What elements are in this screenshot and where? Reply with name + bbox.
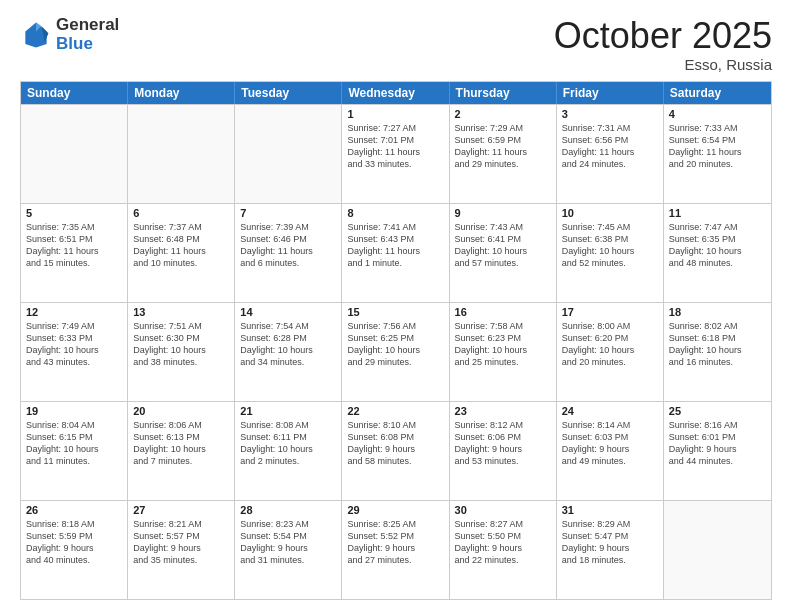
- cell-day-number: 6: [133, 207, 229, 219]
- cal-cell-1-6: 11Sunrise: 7:47 AM Sunset: 6:35 PM Dayli…: [664, 204, 771, 302]
- calendar-header: Sunday Monday Tuesday Wednesday Thursday…: [21, 82, 771, 104]
- cell-day-number: 30: [455, 504, 551, 516]
- cell-day-number: 9: [455, 207, 551, 219]
- cal-cell-2-4: 16Sunrise: 7:58 AM Sunset: 6:23 PM Dayli…: [450, 303, 557, 401]
- cell-info-text: Sunrise: 8:10 AM Sunset: 6:08 PM Dayligh…: [347, 419, 443, 468]
- cal-cell-3-6: 25Sunrise: 8:16 AM Sunset: 6:01 PM Dayli…: [664, 402, 771, 500]
- cal-cell-4-4: 30Sunrise: 8:27 AM Sunset: 5:50 PM Dayli…: [450, 501, 557, 599]
- cell-day-number: 18: [669, 306, 766, 318]
- cell-info-text: Sunrise: 7:27 AM Sunset: 7:01 PM Dayligh…: [347, 122, 443, 171]
- cell-info-text: Sunrise: 8:25 AM Sunset: 5:52 PM Dayligh…: [347, 518, 443, 567]
- dow-saturday: Saturday: [664, 82, 771, 104]
- cell-day-number: 17: [562, 306, 658, 318]
- dow-friday: Friday: [557, 82, 664, 104]
- cell-info-text: Sunrise: 7:56 AM Sunset: 6:25 PM Dayligh…: [347, 320, 443, 369]
- cell-info-text: Sunrise: 7:39 AM Sunset: 6:46 PM Dayligh…: [240, 221, 336, 270]
- cell-day-number: 16: [455, 306, 551, 318]
- cell-day-number: 21: [240, 405, 336, 417]
- cell-day-number: 19: [26, 405, 122, 417]
- cell-info-text: Sunrise: 8:08 AM Sunset: 6:11 PM Dayligh…: [240, 419, 336, 468]
- cell-day-number: 10: [562, 207, 658, 219]
- cell-info-text: Sunrise: 7:35 AM Sunset: 6:51 PM Dayligh…: [26, 221, 122, 270]
- cell-day-number: 23: [455, 405, 551, 417]
- cell-info-text: Sunrise: 7:58 AM Sunset: 6:23 PM Dayligh…: [455, 320, 551, 369]
- cell-day-number: 28: [240, 504, 336, 516]
- cal-cell-2-1: 13Sunrise: 7:51 AM Sunset: 6:30 PM Dayli…: [128, 303, 235, 401]
- cal-cell-1-0: 5Sunrise: 7:35 AM Sunset: 6:51 PM Daylig…: [21, 204, 128, 302]
- cell-info-text: Sunrise: 8:06 AM Sunset: 6:13 PM Dayligh…: [133, 419, 229, 468]
- title-month: October 2025: [554, 16, 772, 56]
- cal-cell-0-0: [21, 105, 128, 203]
- cal-cell-3-3: 22Sunrise: 8:10 AM Sunset: 6:08 PM Dayli…: [342, 402, 449, 500]
- cell-info-text: Sunrise: 8:18 AM Sunset: 5:59 PM Dayligh…: [26, 518, 122, 567]
- cell-day-number: 26: [26, 504, 122, 516]
- cell-day-number: 24: [562, 405, 658, 417]
- cell-info-text: Sunrise: 8:14 AM Sunset: 6:03 PM Dayligh…: [562, 419, 658, 468]
- cell-info-text: Sunrise: 7:51 AM Sunset: 6:30 PM Dayligh…: [133, 320, 229, 369]
- week-row-0: 1Sunrise: 7:27 AM Sunset: 7:01 PM Daylig…: [21, 104, 771, 203]
- cell-day-number: 4: [669, 108, 766, 120]
- calendar: Sunday Monday Tuesday Wednesday Thursday…: [20, 81, 772, 600]
- week-row-2: 12Sunrise: 7:49 AM Sunset: 6:33 PM Dayli…: [21, 302, 771, 401]
- logo: General Blue: [20, 16, 119, 53]
- cal-cell-4-6: [664, 501, 771, 599]
- cal-cell-4-1: 27Sunrise: 8:21 AM Sunset: 5:57 PM Dayli…: [128, 501, 235, 599]
- cal-cell-3-4: 23Sunrise: 8:12 AM Sunset: 6:06 PM Dayli…: [450, 402, 557, 500]
- cal-cell-0-1: [128, 105, 235, 203]
- cell-info-text: Sunrise: 7:33 AM Sunset: 6:54 PM Dayligh…: [669, 122, 766, 171]
- week-row-4: 26Sunrise: 8:18 AM Sunset: 5:59 PM Dayli…: [21, 500, 771, 599]
- cell-day-number: 31: [562, 504, 658, 516]
- cell-day-number: 22: [347, 405, 443, 417]
- cell-info-text: Sunrise: 8:02 AM Sunset: 6:18 PM Dayligh…: [669, 320, 766, 369]
- dow-wednesday: Wednesday: [342, 82, 449, 104]
- cell-info-text: Sunrise: 8:04 AM Sunset: 6:15 PM Dayligh…: [26, 419, 122, 468]
- cal-cell-0-6: 4Sunrise: 7:33 AM Sunset: 6:54 PM Daylig…: [664, 105, 771, 203]
- cell-info-text: Sunrise: 7:31 AM Sunset: 6:56 PM Dayligh…: [562, 122, 658, 171]
- cal-cell-3-5: 24Sunrise: 8:14 AM Sunset: 6:03 PM Dayli…: [557, 402, 664, 500]
- cell-day-number: 2: [455, 108, 551, 120]
- week-row-3: 19Sunrise: 8:04 AM Sunset: 6:15 PM Dayli…: [21, 401, 771, 500]
- cal-cell-4-2: 28Sunrise: 8:23 AM Sunset: 5:54 PM Dayli…: [235, 501, 342, 599]
- cell-day-number: 27: [133, 504, 229, 516]
- cal-cell-0-4: 2Sunrise: 7:29 AM Sunset: 6:59 PM Daylig…: [450, 105, 557, 203]
- logo-text: General Blue: [56, 16, 119, 53]
- logo-icon: [20, 19, 52, 51]
- cal-cell-2-3: 15Sunrise: 7:56 AM Sunset: 6:25 PM Dayli…: [342, 303, 449, 401]
- cell-day-number: 13: [133, 306, 229, 318]
- dow-sunday: Sunday: [21, 82, 128, 104]
- cell-info-text: Sunrise: 7:45 AM Sunset: 6:38 PM Dayligh…: [562, 221, 658, 270]
- cal-cell-1-5: 10Sunrise: 7:45 AM Sunset: 6:38 PM Dayli…: [557, 204, 664, 302]
- cell-info-text: Sunrise: 7:37 AM Sunset: 6:48 PM Dayligh…: [133, 221, 229, 270]
- cal-cell-2-5: 17Sunrise: 8:00 AM Sunset: 6:20 PM Dayli…: [557, 303, 664, 401]
- week-row-1: 5Sunrise: 7:35 AM Sunset: 6:51 PM Daylig…: [21, 203, 771, 302]
- calendar-body: 1Sunrise: 7:27 AM Sunset: 7:01 PM Daylig…: [21, 104, 771, 599]
- title-block: October 2025 Esso, Russia: [554, 16, 772, 73]
- cal-cell-4-0: 26Sunrise: 8:18 AM Sunset: 5:59 PM Dayli…: [21, 501, 128, 599]
- title-location: Esso, Russia: [554, 56, 772, 73]
- dow-tuesday: Tuesday: [235, 82, 342, 104]
- cal-cell-4-5: 31Sunrise: 8:29 AM Sunset: 5:47 PM Dayli…: [557, 501, 664, 599]
- cal-cell-1-1: 6Sunrise: 7:37 AM Sunset: 6:48 PM Daylig…: [128, 204, 235, 302]
- cell-info-text: Sunrise: 7:29 AM Sunset: 6:59 PM Dayligh…: [455, 122, 551, 171]
- page: General Blue October 2025 Esso, Russia S…: [0, 0, 792, 612]
- cell-info-text: Sunrise: 7:43 AM Sunset: 6:41 PM Dayligh…: [455, 221, 551, 270]
- cell-day-number: 8: [347, 207, 443, 219]
- cal-cell-1-3: 8Sunrise: 7:41 AM Sunset: 6:43 PM Daylig…: [342, 204, 449, 302]
- cell-info-text: Sunrise: 7:41 AM Sunset: 6:43 PM Dayligh…: [347, 221, 443, 270]
- cell-day-number: 15: [347, 306, 443, 318]
- cell-day-number: 20: [133, 405, 229, 417]
- cal-cell-3-0: 19Sunrise: 8:04 AM Sunset: 6:15 PM Dayli…: [21, 402, 128, 500]
- cal-cell-1-2: 7Sunrise: 7:39 AM Sunset: 6:46 PM Daylig…: [235, 204, 342, 302]
- cell-info-text: Sunrise: 7:54 AM Sunset: 6:28 PM Dayligh…: [240, 320, 336, 369]
- logo-blue-text: Blue: [56, 35, 119, 54]
- cell-info-text: Sunrise: 8:00 AM Sunset: 6:20 PM Dayligh…: [562, 320, 658, 369]
- cell-day-number: 11: [669, 207, 766, 219]
- cell-day-number: 7: [240, 207, 336, 219]
- cal-cell-4-3: 29Sunrise: 8:25 AM Sunset: 5:52 PM Dayli…: [342, 501, 449, 599]
- cell-info-text: Sunrise: 8:23 AM Sunset: 5:54 PM Dayligh…: [240, 518, 336, 567]
- cell-info-text: Sunrise: 7:49 AM Sunset: 6:33 PM Dayligh…: [26, 320, 122, 369]
- cal-cell-3-1: 20Sunrise: 8:06 AM Sunset: 6:13 PM Dayli…: [128, 402, 235, 500]
- header: General Blue October 2025 Esso, Russia: [20, 16, 772, 73]
- cell-day-number: 12: [26, 306, 122, 318]
- cell-info-text: Sunrise: 8:27 AM Sunset: 5:50 PM Dayligh…: [455, 518, 551, 567]
